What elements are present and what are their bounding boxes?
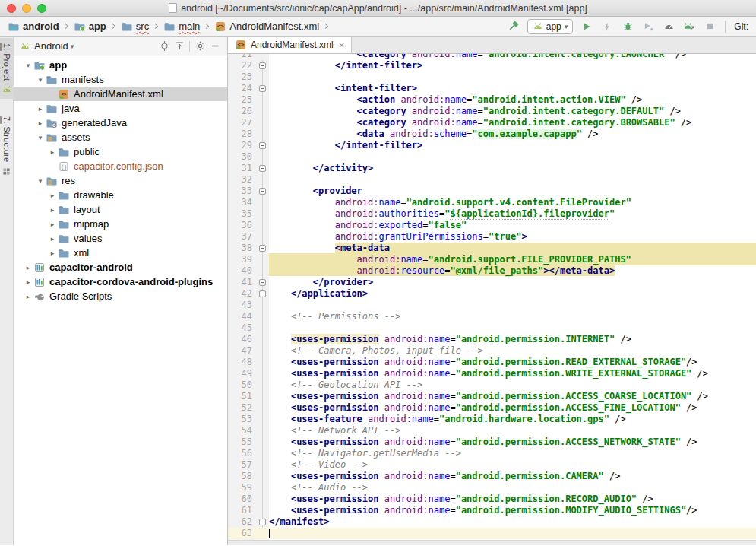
chevron-collapsed-icon[interactable]: ▸: [47, 206, 58, 214]
fold-marker-icon[interactable]: [259, 62, 266, 69]
chevron-expanded-icon[interactable]: ▾: [23, 62, 33, 69]
breadcrumb-android[interactable]: android: [6, 21, 61, 33]
fold-marker-icon[interactable]: [259, 85, 266, 92]
tool-window-project-button[interactable]: 1: Project: [0, 38, 14, 99]
code-line-41[interactable]: 41 </provider>: [228, 277, 756, 288]
tree-item-capacitor-android[interactable]: ▸capacitor-android: [14, 260, 227, 275]
tool-window-structure-button[interactable]: 7: Structure: [0, 111, 14, 179]
minimize-window-button[interactable]: [22, 4, 31, 13]
close-tab-icon[interactable]: ×: [339, 40, 345, 50]
code-line-59[interactable]: 59 <!-- Audio -->: [228, 482, 756, 494]
tree-item-capacitor-config-json[interactable]: {}capacitor.config.json: [14, 159, 227, 173]
close-window-button[interactable]: [7, 4, 16, 13]
code-line-46[interactable]: 46 <uses-permission android:name="androi…: [228, 334, 756, 345]
code-line-49[interactable]: 49 <uses-permission android:name="androi…: [228, 368, 756, 379]
locate-button[interactable]: [157, 39, 172, 54]
fold-marker-icon[interactable]: [259, 165, 266, 172]
tree-item-assets[interactable]: ▾assets: [14, 130, 227, 144]
tree-item-public[interactable]: ▸public: [14, 144, 227, 159]
code-line-57[interactable]: 57 <!-- Video -->: [228, 459, 756, 471]
tree-item-manifests[interactable]: ▾manifests: [14, 72, 227, 87]
code-line-54[interactable]: 54 <!-- Network API -->: [228, 425, 756, 436]
settings-button[interactable]: [192, 39, 207, 54]
breadcrumb-androidmanifest-xml[interactable]: <>AndroidManifest.xml: [213, 21, 321, 33]
tree-item-java[interactable]: ▸java: [14, 101, 227, 116]
code-line-24[interactable]: 24 <intent-filter>: [228, 83, 756, 94]
fold-marker-icon[interactable]: [259, 290, 266, 297]
chevron-collapsed-icon[interactable]: ▸: [47, 192, 58, 199]
code-line-45[interactable]: 45: [228, 322, 756, 334]
chevron-collapsed-icon[interactable]: ▸: [35, 105, 46, 113]
tree-item-generatedjava[interactable]: ▸generatedJava: [14, 116, 227, 130]
code-line-56[interactable]: 56 <!-- Navigator.getUserMedia -->: [228, 448, 756, 459]
code-line-48[interactable]: 48 <uses-permission android:name="androi…: [228, 357, 756, 368]
code-line-47[interactable]: 47 <!-- Camera, Photos, input file -->: [228, 345, 756, 357]
tree-item-layout[interactable]: ▸layout: [14, 202, 227, 217]
code-line-63[interactable]: 63: [228, 528, 756, 539]
tree-item-xml[interactable]: ▸xml: [14, 246, 227, 260]
tree-item-gradle-scripts[interactable]: ▸Gradle Scripts: [14, 289, 227, 303]
chevron-collapsed-icon[interactable]: ▸: [35, 119, 46, 127]
fold-marker-icon[interactable]: [259, 188, 266, 195]
chevron-collapsed-icon[interactable]: ▸: [47, 235, 58, 243]
code-line-60[interactable]: 60 <uses-permission android:name="androi…: [228, 494, 756, 505]
chevron-collapsed-icon[interactable]: ▸: [23, 264, 33, 271]
code-line-35[interactable]: 35 android:authorities="${applicationId}…: [228, 208, 756, 220]
horizontal-scrollbar-track[interactable]: [228, 540, 756, 545]
code-line-58[interactable]: 58 <uses-permission android:name="androi…: [228, 471, 756, 482]
fold-marker-icon[interactable]: [259, 245, 266, 252]
code-line-44[interactable]: 44 <!-- Permissions -->: [228, 311, 756, 322]
code-line-34[interactable]: 34 android:name="android.support.v4.cont…: [228, 197, 756, 208]
code-line-29[interactable]: 29 </intent-filter>: [228, 140, 756, 151]
code-editor[interactable]: 21 <category android:name="android.inten…: [228, 54, 756, 545]
build-hammer-icon[interactable]: [507, 20, 520, 33]
code-line-31[interactable]: 31 </activity>: [228, 163, 756, 174]
project-view-selector[interactable]: Android: [34, 40, 68, 52]
code-line-62[interactable]: 62</manifest>: [228, 516, 756, 528]
code-line-43[interactable]: 43: [228, 300, 756, 311]
chevron-collapsed-icon[interactable]: ▸: [47, 221, 58, 228]
chevron-expanded-icon[interactable]: ▾: [35, 177, 46, 185]
tree-item-mipmap[interactable]: ▸mipmap: [14, 217, 227, 231]
code-line-50[interactable]: 50 <!-- Geolocation API -->: [228, 379, 756, 391]
code-line-36[interactable]: 36 android:exported="false": [228, 220, 756, 231]
code-line-53[interactable]: 53 <uses-feature android:name="android.h…: [228, 414, 756, 425]
code-line-33[interactable]: 33 <provider: [228, 186, 756, 197]
tree-item-drawable[interactable]: ▸drawable: [14, 188, 227, 202]
debug-button[interactable]: [621, 20, 634, 33]
hide-button[interactable]: [207, 39, 223, 54]
fold-marker-icon[interactable]: [259, 519, 266, 525]
chevron-collapsed-icon[interactable]: ▸: [47, 249, 58, 257]
breadcrumb-app[interactable]: app: [72, 21, 108, 33]
collapse-all-button[interactable]: [172, 39, 187, 54]
breadcrumb-main[interactable]: main: [162, 21, 201, 33]
tree-item-res[interactable]: ▾res: [14, 173, 227, 188]
chevron-collapsed-icon[interactable]: ▸: [23, 293, 33, 300]
code-line-25[interactable]: 25 <action android:name="android.intent.…: [228, 94, 756, 106]
attach-debugger-button[interactable]: [641, 20, 655, 33]
code-line-37[interactable]: 37 android:grantUriPermissions="true">: [228, 231, 756, 243]
code-line-30[interactable]: 30: [228, 151, 756, 163]
stop-button[interactable]: [703, 20, 716, 33]
tree-item-capacitor-cordova-android-plugins[interactable]: ▸capacitor-cordova-android-plugins: [14, 275, 227, 289]
code-line-27[interactable]: 27 <category android:name="android.inten…: [228, 117, 756, 129]
tree-item-app[interactable]: ▾app: [14, 58, 227, 72]
tree-item-values[interactable]: ▸values: [14, 231, 227, 246]
chevron-collapsed-icon[interactable]: ▸: [23, 278, 33, 286]
profiler-button[interactable]: [662, 20, 675, 33]
code-line-55[interactable]: 55 <uses-permission android:name="androi…: [228, 436, 756, 448]
chevron-collapsed-icon[interactable]: ▸: [47, 148, 58, 156]
zoom-window-button[interactable]: [37, 4, 46, 13]
fold-marker-icon[interactable]: [259, 279, 266, 286]
code-line-40[interactable]: 40 android:resource="@xml/file_paths"></…: [228, 265, 756, 277]
code-line-42[interactable]: 42 </application>: [228, 288, 756, 300]
code-line-28[interactable]: 28 <data android:scheme="com.example.cap…: [228, 129, 756, 140]
code-line-22[interactable]: 22 </intent-filter>: [228, 60, 756, 71]
code-line-51[interactable]: 51 <uses-permission android:name="androi…: [228, 391, 756, 402]
editor-tab-androidmanifest[interactable]: <> AndroidManifest.xml ×: [228, 37, 352, 53]
code-line-39[interactable]: 39 android:name="android.support.FILE_PR…: [228, 254, 756, 265]
chevron-expanded-icon[interactable]: ▾: [35, 134, 46, 141]
code-line-52[interactable]: 52 <uses-permission android:name="androi…: [228, 402, 756, 414]
run-configuration-selector[interactable]: app ▾: [527, 19, 574, 34]
tree-item-androidmanifest-xml[interactable]: <>AndroidManifest.xml: [14, 87, 227, 101]
